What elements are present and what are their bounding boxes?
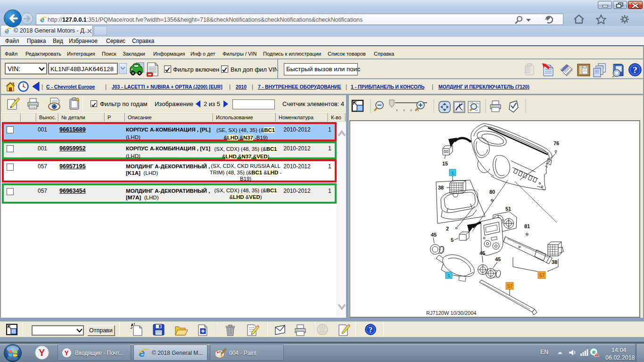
svg-text:51: 51 — [505, 206, 511, 212]
svg-text:1: 1 — [452, 171, 454, 175]
svg-text:1: 1 — [448, 273, 450, 278]
svg-text:?: ? — [369, 326, 372, 334]
svg-text:76: 76 — [553, 140, 559, 146]
svg-text:2: 2 — [446, 226, 449, 231]
svg-text:57: 57 — [507, 284, 513, 289]
svg-text:!: ! — [596, 353, 597, 356]
svg-text:57: 57 — [539, 273, 545, 278]
svg-text:?: ? — [633, 65, 637, 75]
svg-text:RJ7120W 10/30/2004: RJ7120W 10/30/2004 — [426, 310, 476, 316]
svg-text:81: 81 — [524, 223, 530, 229]
svg-text:5: 5 — [451, 237, 454, 243]
svg-text:15: 15 — [442, 161, 448, 166]
svg-text:45: 45 — [495, 256, 501, 262]
svg-text:38: 38 — [438, 185, 444, 190]
svg-text:38: 38 — [552, 259, 557, 265]
svg-text:45: 45 — [431, 232, 437, 238]
svg-text:80: 80 — [489, 189, 495, 195]
svg-text:45: 45 — [479, 250, 485, 256]
